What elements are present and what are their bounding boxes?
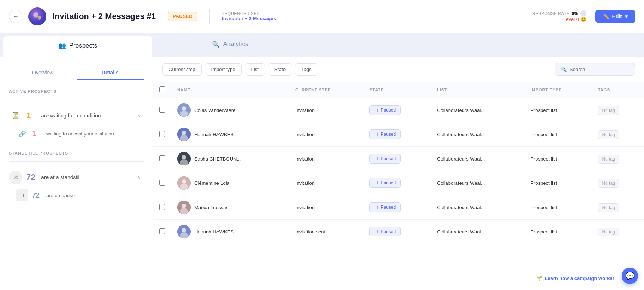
row-import-type: Prospect list (524, 171, 592, 195)
row-name: Sasha CHETBOUN... (171, 147, 289, 171)
standstill-prospects-title: STANDSTILL PROSPECTS (9, 151, 144, 155)
level-text: Level 0 😊 (563, 16, 586, 22)
pause-icon: ⏸ (16, 189, 28, 201)
standstill-count: 72 (26, 173, 37, 182)
prospect-avatar (177, 103, 191, 117)
row-checkbox (153, 122, 171, 147)
pause-label: are on pause (46, 193, 75, 198)
row-name: Hannah HAWKES (171, 122, 289, 147)
state-badge: ⏸ Paused (369, 227, 401, 236)
tab-details[interactable]: Details (77, 66, 144, 80)
row-current-step: Invitation (289, 98, 364, 122)
waiting-label: are waiting for a condition (41, 113, 130, 119)
tag-badge: No tag (598, 228, 619, 236)
row-select-checkbox[interactable] (159, 131, 165, 137)
tab-analytics[interactable]: 🔍 Analytics (155, 33, 305, 57)
edit-button[interactable]: ✏️ Edit ▾ (595, 10, 635, 23)
table-row: Hannah HAWKES Invitation ⏸ Paused Collab… (153, 122, 644, 147)
row-select-checkbox[interactable] (159, 155, 165, 161)
pause-state-icon: ⏸ (374, 132, 379, 137)
row-list: Collaborateurs Waal... (431, 147, 524, 171)
row-checkbox (153, 98, 171, 122)
state-badge: ⏸ Paused (369, 202, 401, 212)
row-select-checkbox[interactable] (159, 180, 165, 186)
col-current-step: CURRENT STEP (289, 82, 364, 98)
chat-button[interactable]: 💬 (622, 268, 638, 284)
analytics-icon: 🔍 (212, 40, 220, 48)
row-tags: No tag (592, 122, 644, 147)
row-select-checkbox[interactable] (159, 204, 165, 210)
filter-list[interactable]: List (245, 63, 265, 76)
svg-point-11 (180, 159, 188, 165)
search-input[interactable] (570, 67, 629, 72)
svg-point-4 (182, 106, 186, 111)
row-import-type: Prospect list (524, 98, 592, 122)
prospect-avatar (177, 201, 191, 214)
info-icon: i (580, 10, 586, 16)
pause-state-icon: ⏸ (374, 156, 379, 161)
tab-prospects-label: Prospects (69, 42, 98, 49)
active-divider (9, 100, 144, 100)
col-name: NAME (171, 82, 289, 98)
table-row: Sasha CHETBOUN... Invitation ⏸ Paused Co… (153, 147, 644, 171)
tab-analytics-label: Analytics (223, 40, 248, 48)
learn-link[interactable]: 🌱 Learn how a campaign works! (536, 275, 614, 281)
row-list: Collaborateurs Waal... (431, 171, 524, 195)
row-select-checkbox[interactable] (159, 107, 165, 113)
filter-import-type[interactable]: Import type (205, 63, 242, 76)
row-checkbox (153, 171, 171, 195)
prospect-name: Clémentine Lola (194, 180, 229, 186)
row-name: Colas Vandervaere (171, 98, 289, 122)
sequence-used-link[interactable]: Invitation + 2 Messages (222, 16, 276, 21)
tab-prospects[interactable]: 👥 Prospects (3, 36, 152, 57)
prospect-avatar (177, 225, 191, 238)
tag-badge: No tag (598, 155, 619, 164)
row-import-type: Prospect list (524, 195, 592, 220)
row-state: ⏸ Paused (363, 220, 431, 244)
prospect-name: Maëva Traissac (194, 205, 228, 210)
stat-row-standstill: ✕ 72 are at a standstill ∧ (9, 168, 144, 187)
sub-stat-row-pause: ⏸ 72 are on pause (9, 187, 144, 204)
row-select-checkbox[interactable] (159, 228, 165, 234)
sub-stat-row-invitation: 🔗 1 waiting to accept your invitation (9, 125, 144, 142)
standstill-divider (9, 161, 144, 162)
standstill-icon: ✕ (9, 171, 22, 184)
expand-standstill-button[interactable]: ∧ (133, 172, 144, 183)
prospect-name: Hannah HAWKES (194, 229, 234, 235)
pause-state-icon: ⏸ (374, 229, 379, 234)
expand-active-button[interactable]: ∧ (133, 110, 144, 121)
row-state: ⏸ Paused (363, 195, 431, 220)
sequence-used-block: Sequence used Invitation + 2 Messages (222, 11, 276, 21)
filter-bar: Current step Import type List State Tags… (153, 57, 644, 82)
state-badge: ⏸ Paused (369, 129, 401, 139)
row-tags: No tag (592, 98, 644, 122)
svg-point-17 (180, 208, 188, 214)
page-title: Invitation + 2 Messages #1 (52, 12, 156, 21)
back-button[interactable]: ← (9, 10, 22, 23)
header-divider (209, 9, 210, 24)
row-state: ⏸ Paused (363, 171, 431, 195)
row-list: Collaborateurs Waal... (431, 195, 524, 220)
tab-overview[interactable]: Overview (9, 66, 77, 80)
col-checkbox (153, 82, 171, 98)
standstill-section: STANDSTILL PROSPECTS ✕ 72 are at a stand… (9, 151, 144, 204)
row-import-type: Prospect list (524, 122, 592, 147)
response-rate-label: RESPONSE RATE 0% i (532, 10, 586, 16)
svg-point-16 (182, 204, 186, 208)
select-all-checkbox[interactable] (159, 86, 165, 92)
row-name: Hannah HAWKES (171, 220, 289, 244)
learn-link-label: Learn how a campaign works! (545, 275, 614, 281)
standstill-label: are at a standstill (41, 174, 130, 180)
pause-state-icon: ⏸ (374, 180, 379, 186)
prospects-table-scroll[interactable]: NAME CURRENT STEP STATE LIST IMPORT TYPE… (153, 82, 644, 290)
search-box: 🔍 (555, 63, 635, 76)
state-badge: ⏸ Paused (369, 178, 401, 188)
table-row: Maëva Traissac Invitation ⏸ Paused Colla… (153, 195, 644, 220)
row-state: ⏸ Paused (363, 122, 431, 147)
svg-point-8 (180, 135, 188, 141)
main-content: Overview Details ACTIVE PROSPECTS ⏳ 1 ar… (0, 57, 644, 290)
filter-state[interactable]: State (268, 63, 292, 76)
filter-current-step[interactable]: Current step (162, 63, 202, 76)
filter-tags[interactable]: Tags (295, 63, 318, 76)
row-state: ⏸ Paused (363, 98, 431, 122)
